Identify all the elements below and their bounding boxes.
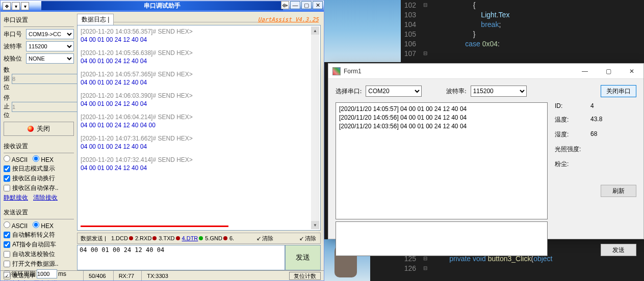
info-row: 光照强度: <box>555 145 636 154</box>
recv-settings-title: 接收设置 <box>4 142 74 151</box>
chk-autocrc-label: 自动发送校验位 <box>12 250 55 259</box>
send-button[interactable]: 发送 <box>285 245 321 270</box>
form1-minimize-button[interactable]: — <box>573 64 597 79</box>
serial-settings-title: 串口设置 <box>4 16 74 24</box>
form1-recv-area[interactable]: [2020/11/20 14:05:57] 04 00 01 00 24 12 … <box>336 102 548 219</box>
form1-send-button[interactable]: 发送 <box>601 244 636 256</box>
chk-atcr[interactable] <box>4 241 10 248</box>
close-button[interactable]: ✕ <box>313 1 323 9</box>
status-tx: TX:3303 <box>141 271 173 280</box>
cycle-unit: ms <box>58 270 66 277</box>
form1-baud-label: 波特率: <box>446 87 466 96</box>
recv-ascii-radio[interactable]: ASCII <box>4 155 28 163</box>
minimize-button[interactable]: — <box>290 1 300 9</box>
baud-select[interactable]: 115200 <box>26 41 74 51</box>
form1-app-icon <box>332 67 341 75</box>
pin-6[interactable]: 6. <box>229 235 234 241</box>
log-entry: [2020-11-20 14:07:31.662]# SEND HEX>04 0… <box>81 134 317 151</box>
recv-hex-radio[interactable]: HEX <box>33 155 54 163</box>
form1-close-port-button[interactable]: 关闭串口 <box>601 85 636 97</box>
code-line: 103 Light.Tex <box>398 10 644 19</box>
form1-titlebar[interactable]: Form1 — ▢ ✕ <box>328 64 643 79</box>
form1-baud-select[interactable]: 115200 <box>471 86 527 97</box>
databits-field[interactable] <box>12 74 83 84</box>
reset-count-button[interactable]: 复位计数 <box>289 272 321 280</box>
info-row: 粉尘: <box>555 160 636 168</box>
info-row: ID:4 <box>555 102 636 109</box>
form1-window: Form1 — ▢ ✕ 选择串口: COM20 波特率: 115200 关闭串口… <box>328 63 644 239</box>
chk-logmode[interactable] <box>4 165 10 172</box>
chk-atcr-label: AT指令自动回车 <box>12 240 56 249</box>
send-settings-title: 发送设置 <box>4 208 74 217</box>
log-scrollbar[interactable]: ▲▼ <box>311 26 319 229</box>
chk-autosave-label: 接收区自动保存.. <box>12 184 59 192</box>
window-title: 串口调试助手 <box>41 2 283 10</box>
log-entry: [2020-11-20 14:06:04.214]# SEND HEX>04 0… <box>81 113 317 129</box>
chk-autowrap[interactable] <box>4 175 10 182</box>
sysmenu-icon[interactable]: ❖ <box>3 2 11 10</box>
chk-filesrc[interactable] <box>4 261 10 267</box>
maximize-button[interactable]: ▢ <box>301 1 312 9</box>
form1-refresh-button[interactable]: 刷新 <box>601 185 636 197</box>
baud-label: 波特率 <box>4 42 24 51</box>
log-entry: [2020-11-20 14:07:32.414]# SEND HEX>04 0… <box>81 156 317 172</box>
form1-recv-line: [2020/11/20 14:05:57] 04 00 01 00 24 12 … <box>339 105 544 114</box>
form1-title: Form1 <box>344 68 362 75</box>
chk-filesrc-label: 打开文件数据源.. <box>12 260 59 268</box>
status-dot-icon <box>28 126 34 132</box>
stopbits-label: 停止位 <box>4 94 10 120</box>
log-area[interactable]: [2020-11-20 14:03:56.357]# SEND HEX>04 0… <box>77 25 321 231</box>
pin-dtr[interactable]: 4.DTR <box>182 235 203 241</box>
status-count: 50/406 <box>83 271 111 280</box>
form1-recv-line: [2020/11/20 14:05:56] 04 00 01 00 24 12 … <box>339 114 544 122</box>
status-ready-icon: ✓ <box>4 272 11 279</box>
status-rx: RX:77 <box>113 271 140 280</box>
uart-titlebar[interactable]: ❖ ▾ ▾ 串口调试助手 ⟴ — ▢ ✕ <box>1 1 324 12</box>
stopbits-field[interactable] <box>12 102 83 112</box>
pin-icon[interactable]: ⟴ <box>281 1 289 9</box>
pin-gnd[interactable]: 5.GND <box>205 235 227 241</box>
clear-recv-link[interactable]: 清除接收 <box>33 193 58 202</box>
close-label: 关闭 <box>37 124 50 133</box>
chk-autosave[interactable] <box>4 185 10 191</box>
code-line: 104 break; <box>398 19 644 29</box>
dropdown-icon[interactable]: ▾ <box>12 2 20 10</box>
log-entry: [2020-11-20 14:05:56.638]# SEND HEX>04 0… <box>81 49 317 65</box>
chk-logmode-label: 按日志模式显示 <box>12 164 55 173</box>
pin-txd[interactable]: 3.TXD <box>159 235 179 241</box>
parity-label: 校验位 <box>4 54 24 63</box>
form1-send-input[interactable] <box>336 221 548 256</box>
port-select[interactable]: COM19->CC <box>26 29 74 39</box>
pin-dcd[interactable]: 1.DCD <box>111 235 133 241</box>
code-line: 126⊟ <box>398 263 644 273</box>
send-ascii-radio[interactable]: ASCII <box>4 221 28 230</box>
silent-recv-link[interactable]: 静默接收 <box>4 193 28 202</box>
brand-label[interactable]: UartAssist V4.3.25 <box>258 16 321 23</box>
log-entry: [2020-11-20 14:03:56.357]# SEND HEX>04 0… <box>81 27 317 44</box>
code-line: 102⊟ { <box>398 0 644 10</box>
chk-autowrap-label: 接收区自动换行 <box>12 174 55 183</box>
form1-recv-line: [2020/11/20 14:03:56] 04 00 01 00 24 12 … <box>339 122 544 131</box>
cycle-input[interactable] <box>37 269 57 278</box>
send-hex-radio[interactable]: HEX <box>33 221 54 230</box>
pin-rxd[interactable]: 2.RXD <box>135 235 157 241</box>
chk-autocrc[interactable] <box>4 251 10 258</box>
status-msg: 发送完毕 <box>13 272 35 279</box>
desktop-wallpaper-top <box>324 0 401 62</box>
clear-send2-button[interactable]: 清除 <box>295 235 320 242</box>
form1-port-select[interactable]: COM20 <box>366 86 422 97</box>
send-input[interactable]: 04 00 01 00 24 12 40 04 <box>77 245 285 270</box>
form1-maximize-button[interactable]: ▢ <box>597 64 620 79</box>
form1-port-label: 选择串口: <box>336 87 362 96</box>
form1-info-panel: ID:4温度:43.8湿度:68光照强度:粉尘:刷新 <box>555 102 636 219</box>
databits-label: 数据位 <box>4 66 10 92</box>
info-row: 湿度:68 <box>555 130 636 139</box>
form1-close-button[interactable]: ✕ <box>620 64 643 79</box>
info-row: 温度:43.8 <box>555 116 636 124</box>
clear-send-button[interactable]: 清除 <box>252 235 277 242</box>
dropdown2-icon[interactable]: ▾ <box>21 2 29 10</box>
log-entry: [2020-11-20 14:05:57.365]# SEND HEX>04 0… <box>81 70 317 87</box>
close-port-button[interactable]: 关闭 <box>4 122 74 136</box>
parity-select[interactable]: NONE <box>26 53 74 64</box>
chk-escape[interactable] <box>4 232 10 238</box>
